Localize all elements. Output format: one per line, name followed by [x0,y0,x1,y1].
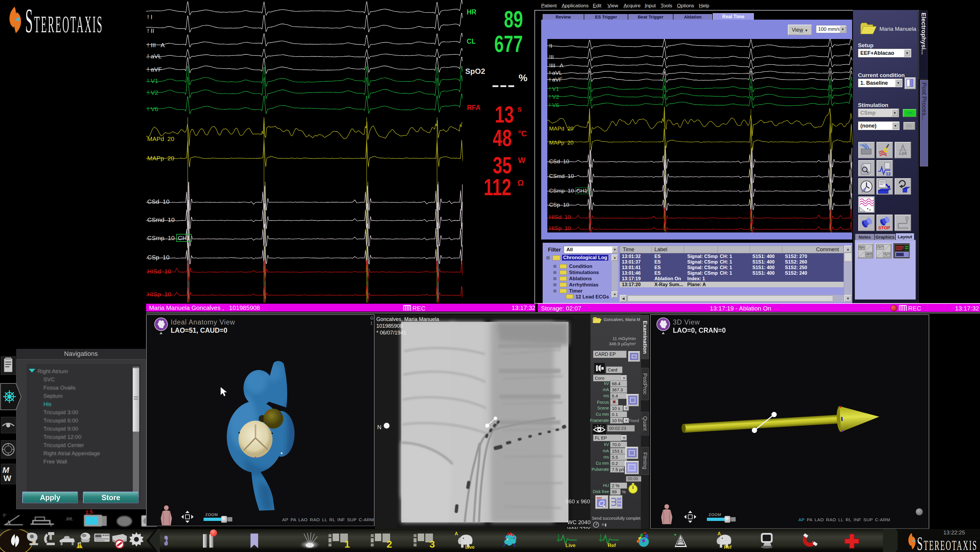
svg-text:A: A [455,531,458,536]
svg-text:STEREOTAXIS: STEREOTAXIS [25,8,102,33]
svg-text:12: 12 [886,171,891,176]
svg-text:1: 1 [344,539,350,548]
svg-text:REF: REF [597,496,602,500]
svg-text:ms: ms [902,151,907,155]
svg-text:W: W [3,474,11,483]
svg-text:REC: REC [908,305,921,311]
svg-text:M: M [2,466,10,474]
svg-text:Ref: Ref [724,545,732,549]
svg-text:+: + [50,523,52,527]
svg-text:STEREOTAXIS: STEREOTAXIS [917,536,977,550]
svg-text:A: A [718,531,721,536]
svg-text:Ref: Ref [608,542,616,547]
svg-text:2: 2 [387,539,392,548]
svg-text:5°: 5° [3,513,6,517]
svg-text:3: 3 [430,539,435,548]
svg-text:REC: REC [412,305,425,311]
svg-text:2,5: 2,5 [85,509,94,516]
svg-text:Live: Live [465,545,475,549]
svg-text:STOP: STOP [878,225,890,230]
svg-text:Live: Live [566,542,576,547]
